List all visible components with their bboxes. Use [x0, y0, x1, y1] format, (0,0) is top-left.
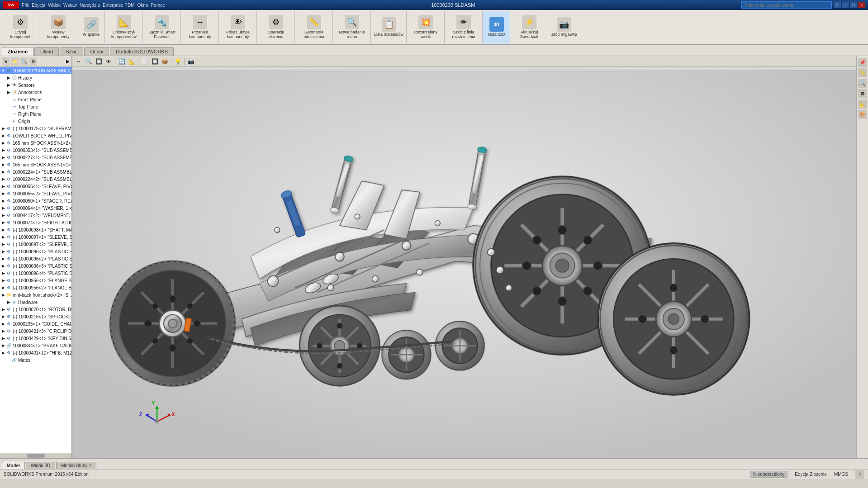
- tree-comp10-item[interactable]: ▶ ⚙ 10000055<2> "SLEAVE, PIVOT...: [0, 190, 71, 197]
- rp-icon-5[interactable]: 📐: [858, 99, 867, 109]
- tree-comp9-item[interactable]: ▶ ⚙ 10000055<1> "SLEAVE, PIVOT...: [0, 183, 71, 190]
- minimize-button[interactable]: −: [842, 2, 849, 8]
- tree-comp1-item[interactable]: ▶ ⚙ (-) 10000175<1> "SUBFRAME...: [0, 125, 71, 132]
- tree-expand-icon[interactable]: ▶: [1, 264, 5, 268]
- tree-expand-icon[interactable]: ▶: [1, 162, 5, 167]
- tree-expand-icon[interactable]: ▶: [1, 336, 5, 341]
- tree-expand-icon[interactable]: ▶: [1, 220, 5, 225]
- tree-comp21-item[interactable]: ▶ ⚙ (-) 10000096<4> "PLASTIC SP...: [0, 270, 71, 277]
- tree-chainpath-item[interactable]: 🔗 Mates: [0, 356, 71, 364]
- vp-render3-icon[interactable]: 📦: [160, 57, 169, 66]
- rp-icon-1[interactable]: 📌: [858, 58, 867, 67]
- tree-root-item[interactable]: ▼ ⚙ 10000239 *SUB ASSEMBLY, LH C: [0, 67, 71, 74]
- tree-comp24-item[interactable]: ▶ ⚙ Hardware: [0, 298, 71, 306]
- scrollbar-thumb[interactable]: [27, 454, 45, 458]
- tree-comp28-item[interactable]: ▶ ⚙ (-) 10000421<3> "CIRCLIP DI...: [0, 327, 71, 335]
- tree-expand-icon[interactable]: ▶: [1, 271, 5, 275]
- tree-expand-icon[interactable]: ▶: [1, 206, 5, 210]
- tab-zlozenie[interactable]: Złożenie: [2, 47, 33, 56]
- tree-expand-icon[interactable]: ▶: [1, 199, 5, 203]
- panel-folder-button[interactable]: 📁: [11, 57, 19, 66]
- tab-szkic[interactable]: Szkic: [60, 47, 83, 56]
- tree-comp23-item[interactable]: ▶ ⚙ (-) 10000956<2> "FLANGE BL...: [0, 284, 71, 291]
- vp-zoom-icon[interactable]: 🔍: [84, 57, 93, 66]
- tree-comp8-item[interactable]: ▶ ⚙ 10000224<2> "SUB ASSMBL...: [0, 175, 71, 183]
- tree-expand-icon[interactable]: ▶: [1, 256, 5, 261]
- close-button[interactable]: ×: [858, 2, 865, 8]
- tree-expand-icon[interactable]: ▶: [1, 242, 5, 246]
- tree-mates-item[interactable]: ▶ 🔗 10000844<1> "BRAKE CALIPE...: [0, 342, 71, 349]
- vp-display-icon[interactable]: 👁: [104, 57, 113, 66]
- vp-rotate-icon[interactable]: 🔄: [117, 57, 126, 66]
- tree-expand-icon[interactable]: ▶: [1, 170, 5, 174]
- tree-comp13-item[interactable]: ▶ ⚙ 10004417<2> "WELDMENT, B...: [0, 212, 71, 219]
- menu-okno[interactable]: Okno: [138, 3, 148, 8]
- tree-expand-icon[interactable]: ▶: [1, 227, 5, 232]
- tree-sensors-item[interactable]: ▶ 👁 Sensors: [0, 81, 71, 89]
- tree-expand-icon[interactable]: ▶: [1, 307, 5, 312]
- tree-frontplane-item[interactable]: ▱ Front Plane: [0, 96, 71, 103]
- tree-expand-icon[interactable]: ▶: [1, 184, 5, 189]
- tab-uklad[interactable]: Układ: [34, 47, 59, 56]
- tree-expand-icon[interactable]: ▶: [1, 278, 5, 283]
- vp-lights-icon[interactable]: 💡: [173, 57, 182, 66]
- tree-expand-icon[interactable]: ▶: [1, 126, 5, 131]
- help-button[interactable]: ?: [834, 2, 841, 8]
- panel-cursor-button[interactable]: 🖱: [2, 57, 10, 66]
- fastener-button[interactable]: 🔩: [155, 15, 169, 29]
- tree-expand-icon[interactable]: ▶: [1, 329, 5, 333]
- tree-expand-icon[interactable]: ▶: [1, 213, 5, 218]
- search-input[interactable]: [741, 1, 832, 9]
- tree-expand-icon[interactable]: ▶: [1, 249, 5, 254]
- tree-expand-icon[interactable]: ▶: [6, 83, 11, 87]
- move-button[interactable]: ↔: [193, 15, 207, 29]
- tree-expand-icon[interactable]: ▶: [1, 351, 5, 355]
- tab-oceni[interactable]: Oceni: [84, 47, 109, 56]
- menu-narzedzia[interactable]: Narzędzia: [80, 3, 100, 8]
- tree-comp14-item[interactable]: ▶ ⚙ 10000074<1> "HEIGHT ADJU...: [0, 219, 71, 226]
- pattern-button[interactable]: 📐: [117, 15, 131, 29]
- panel-gear-button[interactable]: ⚙: [29, 57, 37, 66]
- tree-expand-icon[interactable]: ▶: [1, 177, 5, 181]
- tree-comp25-item[interactable]: ▶ ⚙ (-) 10000070<1> "ROTOR, BR...: [0, 306, 71, 313]
- statusbar-help-button[interactable]: ?: [855, 470, 864, 479]
- vp-render2-icon[interactable]: 🔲: [150, 57, 159, 66]
- menu-plik[interactable]: Plik: [22, 3, 29, 8]
- speedpak-button[interactable]: ⚡: [522, 15, 536, 29]
- tree-expand-icon[interactable]: ▶: [1, 285, 5, 290]
- menu-pomoc[interactable]: Pomoc: [151, 3, 165, 8]
- tree-comp27-item[interactable]: ▶ ⚙ 10000235<1> "GUIDE, CHAIN...: [0, 320, 71, 327]
- tree-expand-icon[interactable]: ▶: [1, 235, 5, 239]
- tree-expand-icon[interactable]: ▶: [1, 293, 5, 297]
- tree-comp4-item[interactable]: ▶ ⚙ 10000353<1> "SUB ASSEMBL...: [0, 147, 71, 154]
- instant3d-button[interactable]: 3D: [489, 17, 504, 32]
- tree-comp6-item[interactable]: ▶ ⚙ 165 mm SHOCK ASSY-1<1>...: [0, 161, 71, 168]
- tree-comp26-item[interactable]: ▶ ⚙ (-) 10000216<1> "SPROCKET,...: [0, 313, 71, 320]
- tree-history-item[interactable]: ▶ 🕐 History: [0, 74, 71, 81]
- menu-enterprise[interactable]: Enterprise PDM: [103, 3, 135, 8]
- tree-comp18-item[interactable]: ▶ ⚙ (-) 10000096<1> "PLASTIC SP...: [0, 248, 71, 255]
- vp-render1-icon[interactable]: ⬜: [140, 57, 149, 66]
- tree-expand-icon[interactable]: ▶: [6, 90, 11, 95]
- rp-icon-2[interactable]: 📏: [858, 68, 867, 77]
- rp-icon-3[interactable]: 🔍: [858, 79, 867, 88]
- tree-comp17-item[interactable]: ▶ ⚙ (-) 10000097<2> "SLEEVE, SH...: [0, 241, 71, 248]
- geometry-button[interactable]: 📏: [307, 15, 321, 29]
- btab-model[interactable]: Model: [2, 462, 25, 469]
- tree-hardware-item[interactable]: ▶ 📁 mnt-back front shock<2> "S...: [0, 291, 71, 298]
- menu-edycja[interactable]: Edycja: [32, 3, 45, 8]
- snapshot-button[interactable]: 📷: [557, 17, 571, 32]
- panel-scrollbar[interactable]: [0, 453, 71, 458]
- tree-expand-icon[interactable]: ▶: [1, 148, 5, 152]
- explodeline-button[interactable]: ✏: [456, 15, 471, 29]
- btab-3dview[interactable]: Widok 3D: [26, 462, 55, 469]
- rp-icon-6[interactable]: 🎨: [858, 110, 867, 119]
- vp-zoom-fit-icon[interactable]: 🔲: [94, 57, 103, 66]
- operations-button[interactable]: ⚙: [269, 15, 283, 29]
- motion-button[interactable]: 🔍: [345, 15, 359, 29]
- tree-comp22-item[interactable]: ▶ ⚙ (-) 10000956<1> "FLANGE BL...: [0, 277, 71, 284]
- tree-annotations-item[interactable]: ▶ 📝 Annotations: [0, 89, 71, 96]
- menu-widok[interactable]: Widok: [48, 3, 61, 8]
- tree-comp7-item[interactable]: ▶ ⚙ 10000224<1> "SUB ASSMBL...: [0, 168, 71, 175]
- tab-dodatki[interactable]: Dodatki SOLIDWORKS: [110, 47, 174, 56]
